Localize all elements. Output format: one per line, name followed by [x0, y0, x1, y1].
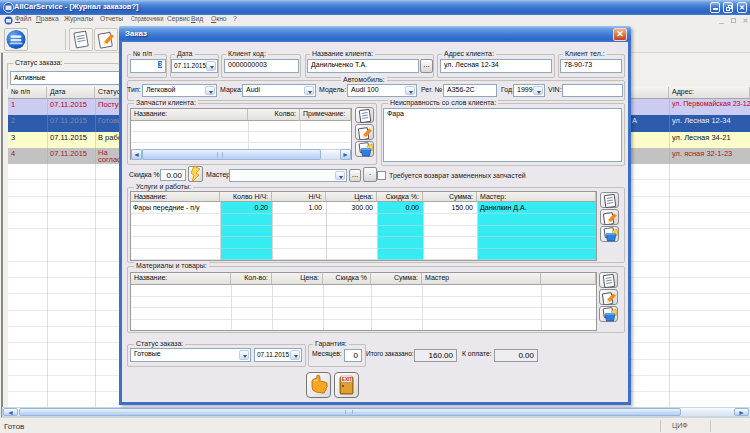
- svg-text:EXIT: EXIT: [342, 377, 352, 382]
